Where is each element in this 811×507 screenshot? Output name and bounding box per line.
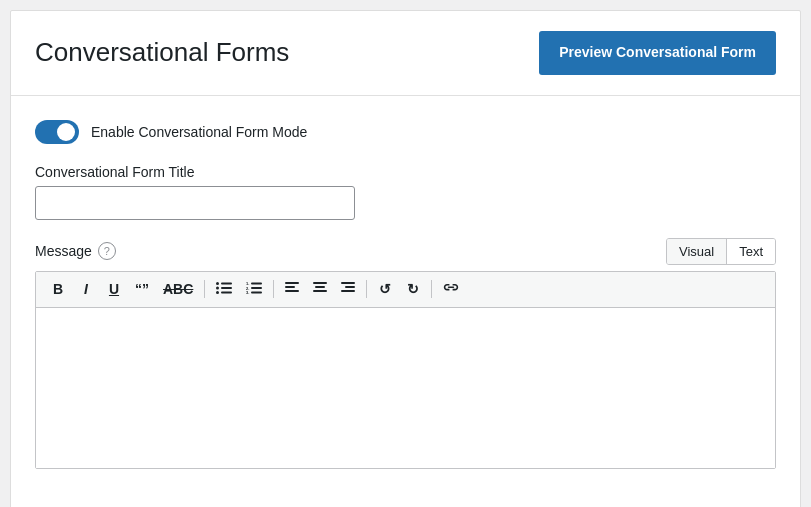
toolbar-divider-1 xyxy=(204,280,205,298)
editor-wrapper: B I U “” ABC xyxy=(35,271,776,469)
svg-rect-14 xyxy=(285,290,299,292)
message-header: Message ? Visual Text xyxy=(35,238,776,265)
svg-rect-13 xyxy=(285,286,295,288)
svg-rect-21 xyxy=(448,286,454,288)
form-title-input[interactable] xyxy=(35,186,355,220)
content-area: Enable Conversational Form Mode Conversa… xyxy=(11,96,800,493)
svg-point-4 xyxy=(216,291,219,294)
underline-button[interactable]: U xyxy=(102,278,126,300)
toolbar-divider-4 xyxy=(431,280,432,298)
svg-rect-1 xyxy=(221,282,232,284)
align-right-button[interactable] xyxy=(336,278,360,300)
visual-view-button[interactable]: Visual xyxy=(667,239,727,264)
svg-rect-11 xyxy=(251,291,262,293)
align-left-button[interactable] xyxy=(280,278,304,300)
svg-rect-12 xyxy=(285,282,299,284)
message-section: Message ? Visual Text B I U “” ABC xyxy=(35,238,776,469)
view-toggle: Visual Text xyxy=(666,238,776,265)
message-label: Message xyxy=(35,243,92,259)
strikethrough-button[interactable]: ABC xyxy=(158,278,198,300)
link-button[interactable] xyxy=(438,278,464,301)
form-title-label: Conversational Form Title xyxy=(35,164,776,180)
page-title: Conversational Forms xyxy=(35,37,289,68)
preview-button[interactable]: Preview Conversational Form xyxy=(539,31,776,75)
blockquote-button[interactable]: “” xyxy=(130,278,154,300)
bold-button[interactable]: B xyxy=(46,278,70,300)
svg-rect-9 xyxy=(251,287,262,289)
form-title-group: Conversational Form Title xyxy=(35,164,776,220)
svg-rect-17 xyxy=(313,290,327,292)
svg-rect-19 xyxy=(345,286,355,288)
svg-rect-15 xyxy=(313,282,327,284)
svg-rect-7 xyxy=(251,282,262,284)
toggle-label: Enable Conversational Form Mode xyxy=(91,124,307,140)
undo-button[interactable]: ↺ xyxy=(373,278,397,300)
help-icon[interactable]: ? xyxy=(98,242,116,260)
svg-rect-20 xyxy=(341,290,355,292)
align-center-button[interactable] xyxy=(308,278,332,300)
bullet-list-button[interactable] xyxy=(211,278,237,301)
text-view-button[interactable]: Text xyxy=(727,239,775,264)
svg-text:3.: 3. xyxy=(246,290,249,295)
editor-content[interactable] xyxy=(36,308,775,468)
toggle-slider xyxy=(35,120,79,144)
toolbar-divider-3 xyxy=(366,280,367,298)
page-header: Conversational Forms Preview Conversatio… xyxy=(11,11,800,96)
numbered-list-button[interactable]: 1. 2. 3. xyxy=(241,278,267,301)
svg-point-0 xyxy=(216,282,219,285)
svg-rect-3 xyxy=(221,287,232,289)
svg-rect-18 xyxy=(341,282,355,284)
svg-rect-5 xyxy=(221,291,232,293)
message-label-row: Message ? xyxy=(35,242,116,260)
page-container: Conversational Forms Preview Conversatio… xyxy=(10,10,801,507)
enable-toggle[interactable] xyxy=(35,120,79,144)
toolbar-divider-2 xyxy=(273,280,274,298)
svg-point-2 xyxy=(216,286,219,289)
redo-button[interactable]: ↻ xyxy=(401,278,425,300)
svg-rect-16 xyxy=(315,286,325,288)
italic-button[interactable]: I xyxy=(74,278,98,300)
editor-toolbar: B I U “” ABC xyxy=(36,272,775,308)
toggle-row: Enable Conversational Form Mode xyxy=(35,120,776,144)
